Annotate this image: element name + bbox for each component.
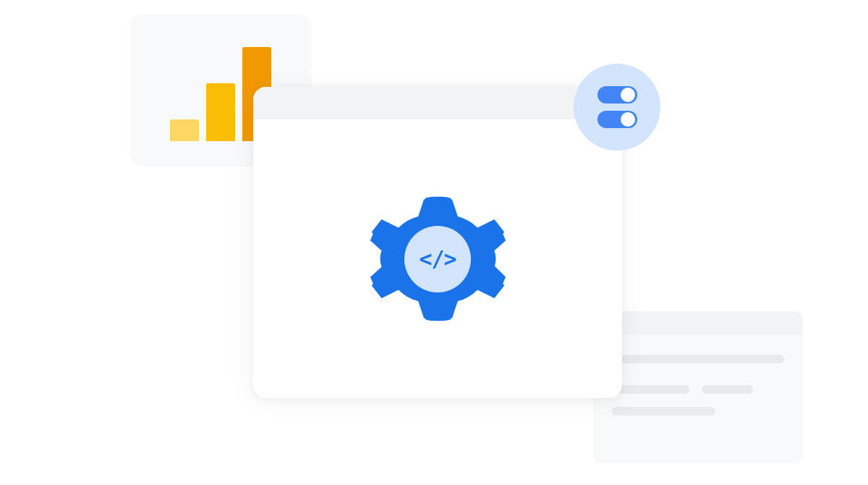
chart-bar-icon [206,83,235,141]
window-body: </> [253,119,622,398]
text-placeholder-line [612,385,689,394]
settings-gear-icon: </> [367,188,509,329]
text-placeholder-line [612,355,784,363]
document-card [593,311,803,463]
text-placeholder-line [702,385,753,394]
toggle-switch-icon [597,86,637,104]
chart-bar-icon [170,119,199,141]
document-card-header [593,311,803,334]
toggles-badge [574,64,660,151]
gear-center-circle: </> [404,226,471,292]
toggle-knob [621,88,635,102]
code-icon: </> [419,246,456,271]
text-placeholder-line [612,407,715,416]
main-config-window: </> [253,87,622,398]
toggle-switch-icon [597,111,637,128]
window-titlebar [253,87,622,119]
document-card-body [593,334,803,446]
toggle-knob [621,112,635,127]
